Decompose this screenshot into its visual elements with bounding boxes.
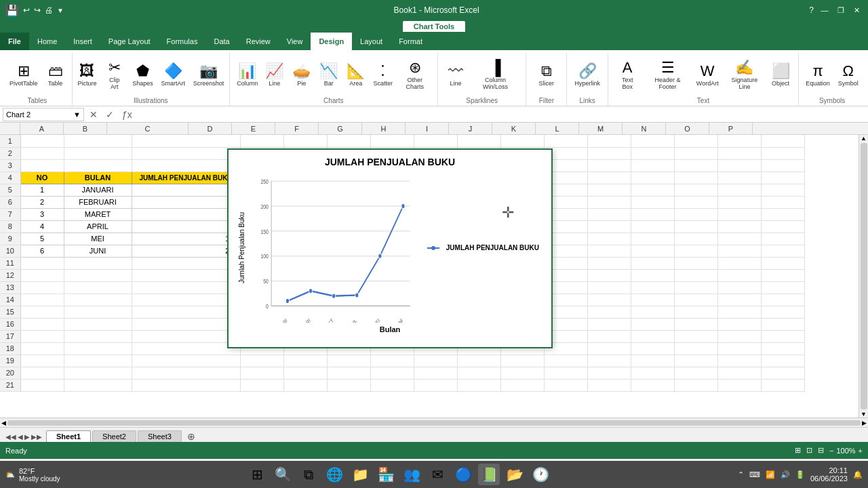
cell-A2[interactable] [20,147,64,159]
h-scroll-thumb[interactable] [7,420,861,426]
col-header-h[interactable]: H [362,123,406,134]
cell-N5[interactable] [674,184,717,196]
cell-O21[interactable] [717,379,761,391]
cell-G21[interactable] [370,379,414,391]
cell-K19[interactable] [544,354,587,367]
cell-O3[interactable] [717,159,761,171]
cell-C11[interactable] [132,257,240,269]
tab-data[interactable]: Data [205,33,237,50]
zoom-in-btn[interactable]: + [859,447,863,455]
cell-A6[interactable]: 2 [20,196,64,208]
scroll-right-btn[interactable]: ▶ [862,420,867,426]
cell-J1[interactable] [500,135,544,147]
cell-M7[interactable] [631,208,674,220]
line-chart-btn[interactable]: 📈 Line [262,62,287,88]
task-view-btn[interactable]: ⧉ [298,464,319,485]
tab-insert[interactable]: Insert [65,33,100,50]
cell-N4[interactable] [674,171,717,184]
cell-O18[interactable] [717,342,761,354]
col-header-k[interactable]: K [492,123,536,134]
cell-B21[interactable] [64,379,132,391]
sheet-tab-3[interactable]: Sheet3 [138,430,182,442]
cell-K1[interactable] [544,135,587,147]
cell-M5[interactable] [631,184,674,196]
sheet-tab-1[interactable]: Sheet1 [46,430,91,442]
cell-C8[interactable]: 21 [132,220,240,232]
tab-review[interactable]: Review [238,33,279,50]
save-btn[interactable]: 🖨 [45,5,53,15]
name-box[interactable]: Chart 2 ▼ [3,108,84,121]
cell-B5[interactable]: JANUARI [64,184,132,196]
col-header-i[interactable]: I [406,123,449,134]
cell-A3[interactable] [20,159,64,171]
cell-I1[interactable] [457,135,500,147]
col-header-c[interactable]: C [107,123,189,134]
cell-N13[interactable] [674,281,717,293]
page-break-view-btn[interactable]: ⊟ [818,446,824,455]
cell-M12[interactable] [631,269,674,281]
cell-B20[interactable] [64,367,132,379]
cell-M16[interactable] [631,318,674,330]
cell-B9[interactable]: MEI [64,232,132,245]
cell-F20[interactable] [327,367,370,379]
tab-format[interactable]: Format [391,33,431,50]
sheet-nav-next[interactable]: ▶ [24,433,30,441]
cell-C1[interactable] [132,135,240,147]
cell-P4[interactable] [761,171,804,184]
cell-C13[interactable] [132,281,240,293]
object-btn[interactable]: ⬜ Object [768,62,793,88]
cell-L14[interactable] [587,293,631,306]
cell-N10[interactable] [674,245,717,257]
cell-P10[interactable] [761,245,804,257]
cell-C21[interactable] [132,379,240,391]
cell-C20[interactable] [132,367,240,379]
confirm-formula-icon[interactable]: ✓ [103,109,117,120]
cell-M20[interactable] [631,367,674,379]
cell-A13[interactable] [20,281,64,293]
cell-K21[interactable] [544,379,587,391]
cell-E20[interactable] [283,367,327,379]
cell-B4[interactable]: BULAN [64,171,132,184]
col-header-n[interactable]: N [623,123,666,134]
cell-J20[interactable] [500,367,544,379]
cell-P3[interactable] [761,159,804,171]
cell-O20[interactable] [717,367,761,379]
cell-D21[interactable] [240,379,283,391]
notifications-icon[interactable]: 🔔 [853,470,863,479]
cell-A1[interactable] [20,135,64,147]
browser-btn[interactable]: 🔵 [452,464,474,485]
horizontal-scrollbar[interactable]: ◀ ▶ [0,418,868,427]
volume-icon[interactable]: 🔊 [781,470,790,479]
col-header-b[interactable]: B [64,123,107,134]
cell-C12[interactable] [132,269,240,281]
cell-C5[interactable]: 10 [132,184,240,196]
cell-N6[interactable] [674,196,717,208]
cell-J21[interactable] [500,379,544,391]
cell-J19[interactable] [500,354,544,367]
redo-btn[interactable]: ↪ [34,5,41,15]
equation-btn[interactable]: π Equation [803,62,833,88]
cell-O13[interactable] [717,281,761,293]
cell-L15[interactable] [587,306,631,318]
cell-A14[interactable] [20,293,64,306]
cell-P12[interactable] [761,269,804,281]
cell-A11[interactable] [20,257,64,269]
picture-btn[interactable]: 🖼 Picture [75,62,99,88]
col-header-d[interactable]: D [189,123,232,134]
cell-C2[interactable] [132,147,240,159]
cell-O15[interactable] [717,306,761,318]
cell-C9[interactable]: 100 [132,232,240,245]
cell-A17[interactable] [20,330,64,342]
sheet-tab-2[interactable]: Sheet2 [92,430,136,442]
cell-M21[interactable] [631,379,674,391]
cell-D20[interactable] [240,367,283,379]
tab-file[interactable]: File [0,33,29,50]
cell-C19[interactable] [132,354,240,367]
cell-M18[interactable] [631,342,674,354]
cell-P8[interactable] [761,220,804,232]
cell-M6[interactable] [631,196,674,208]
cell-P5[interactable] [761,184,804,196]
cell-N9[interactable] [674,232,717,245]
minimize-btn[interactable]: — [819,5,830,16]
page-layout-view-btn[interactable]: ⊡ [806,446,812,455]
